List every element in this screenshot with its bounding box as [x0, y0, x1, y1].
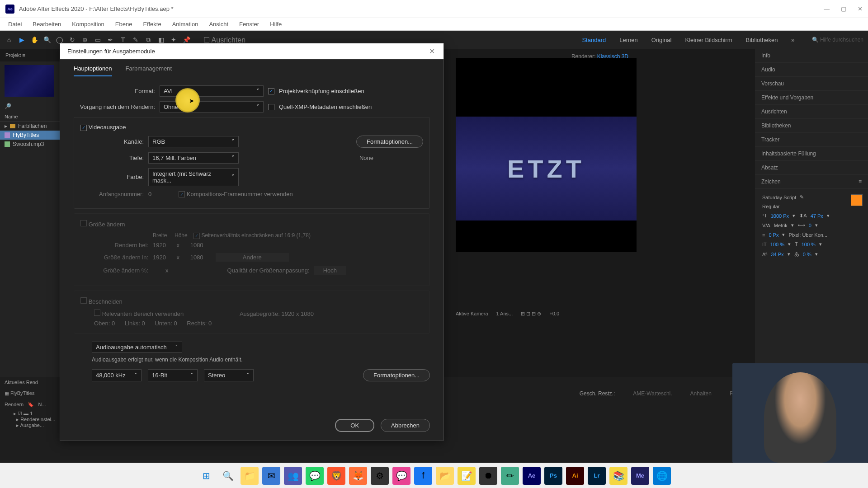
projectlink-checkbox[interactable] — [268, 88, 274, 94]
audio-mode-select[interactable]: Audioausgabe automatisch˅ — [92, 342, 182, 353]
depth-select[interactable]: 16,7 Mill. Farben˅ — [148, 152, 239, 164]
startnum-input: 0 — [148, 191, 151, 197]
format-select[interactable]: AVI˅ — [160, 85, 264, 97]
audio-rate-select[interactable]: 48,000 kHz˅ — [92, 369, 142, 381]
compframe-checkbox — [179, 191, 185, 197]
resize-checkbox[interactable] — [80, 220, 87, 226]
video-output-checkbox[interactable] — [80, 125, 87, 131]
codec-none-label: None — [359, 155, 373, 161]
depth-label: Tiefe: — [80, 155, 144, 161]
audio-channels-select[interactable]: Stereo˅ — [204, 369, 254, 381]
color-select[interactable]: Integriert (mit Schwarz mask...˅ — [148, 168, 239, 186]
audio-bits-select[interactable]: 16-Bit˅ — [148, 369, 198, 381]
tab-main-options[interactable]: Hauptoptionen — [74, 65, 112, 76]
channels-select[interactable]: RGB˅ — [148, 136, 239, 147]
startnum-label: Anfangsnummer: — [80, 191, 144, 197]
color-label: Farbe: — [80, 174, 144, 180]
postrender-select[interactable]: Ohne˅ — [160, 101, 264, 113]
cursor-icon: ➤ — [189, 97, 194, 104]
postrender-label: Vorgang nach dem Rendern: — [74, 103, 155, 110]
tab-color-management[interactable]: Farbmanagement — [126, 65, 172, 76]
format-label: Format: — [74, 88, 155, 94]
cancel-button[interactable]: Abbrechen — [381, 419, 430, 432]
xmp-label: Quell-XMP-Metadaten einschließen — [279, 103, 372, 110]
audio-format-options-button[interactable]: Formatoptionen... — [363, 369, 430, 381]
dialog-close-icon[interactable]: ✕ — [427, 47, 436, 56]
projectlink-label: Projektverknüpfung einschließen — [279, 88, 364, 94]
chevron-down-icon: ˅ — [256, 88, 259, 94]
channels-label: Kanäle: — [80, 138, 144, 145]
format-options-button[interactable]: Formatoptionen... — [356, 136, 423, 148]
xmp-checkbox[interactable] — [268, 104, 274, 110]
dialog-title: Einstellungen für Ausgabemodule — [67, 48, 155, 55]
ok-button[interactable]: OK — [335, 419, 374, 432]
crop-checkbox[interactable] — [80, 297, 87, 304]
audio-note: Audioausgabe erfolgt nur, wenn die Kompo… — [92, 357, 430, 363]
output-module-dialog: Einstellungen für Ausgabemodule ✕ Haupto… — [0, 0, 868, 488]
